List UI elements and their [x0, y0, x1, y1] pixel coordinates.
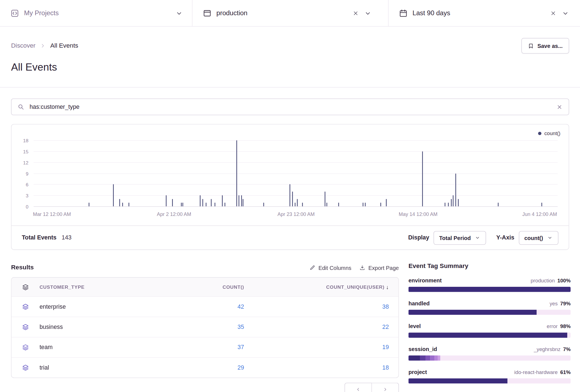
display-dropdown-value: Total Period [439, 234, 471, 241]
pencil-icon [310, 265, 315, 270]
gridline [34, 151, 557, 151]
table-row[interactable]: enterprise 42 38 [11, 296, 398, 317]
chart-bar[interactable] [119, 199, 120, 206]
chart-bar[interactable] [238, 195, 239, 207]
environment-selector-label: production [216, 9, 347, 17]
table-row[interactable]: business 35 22 [11, 317, 398, 337]
results-section: Results Edit Columns Export [11, 262, 399, 392]
chart-bar[interactable] [200, 195, 201, 207]
tag-bar-segment [425, 355, 430, 361]
chart-bar[interactable] [363, 203, 364, 206]
date-range-selector[interactable]: Last 90 days [388, 0, 580, 26]
chart-bar[interactable] [451, 199, 451, 206]
chart-bar[interactable] [338, 203, 339, 206]
events-chart[interactable]: count() 0369121518Mar 12 12:00 AMApr 2 1… [11, 124, 568, 225]
bookmark-icon [528, 43, 534, 49]
chart-bar[interactable] [386, 199, 387, 206]
event-tag-summary: Event Tag Summary environment production… [409, 262, 571, 392]
tag-bar[interactable] [409, 355, 571, 361]
yaxis-dropdown[interactable]: count() [519, 231, 558, 244]
tag-bar[interactable] [409, 287, 571, 292]
chart-bar[interactable] [241, 195, 242, 207]
y-axis-tick: 12 [17, 160, 29, 166]
clear-search-icon[interactable] [556, 104, 563, 110]
chart-bar[interactable] [381, 203, 381, 206]
gridline [34, 173, 557, 174]
chart-bar[interactable] [243, 199, 244, 206]
row-count[interactable]: 29 [148, 364, 244, 371]
table-row[interactable]: team 37 19 [11, 337, 398, 357]
page-header: Discover All Events Save as... All Event… [0, 27, 580, 87]
tag-item: level error 98% [409, 323, 571, 338]
column-header-customer-type[interactable]: CUSTOMER_TYPE [40, 284, 148, 290]
tag-name: environment [409, 277, 442, 283]
chart-bar[interactable] [263, 203, 264, 206]
table-row[interactable]: trial 29 18 [11, 357, 398, 378]
save-as-button[interactable]: Save as... [522, 38, 569, 53]
chart-bar[interactable] [181, 203, 182, 206]
chart-bar[interactable] [222, 195, 223, 207]
chart-bar[interactable] [453, 195, 454, 207]
row-count[interactable]: 42 [148, 303, 244, 310]
chart-bar[interactable] [458, 199, 459, 206]
chart-bar[interactable] [122, 203, 123, 206]
chart-bar[interactable] [183, 203, 183, 206]
chevron-down-icon [547, 235, 553, 241]
edit-columns-button[interactable]: Edit Columns [310, 264, 351, 271]
chart-bar[interactable] [172, 199, 173, 206]
chart-bar[interactable] [289, 184, 290, 207]
chart-bar[interactable] [113, 184, 114, 207]
chart-bar[interactable] [297, 199, 297, 206]
chart-bar[interactable] [295, 203, 296, 206]
clear-environment-icon[interactable] [352, 10, 359, 16]
next-page-button[interactable] [372, 383, 399, 392]
display-dropdown[interactable]: Total Period [434, 231, 486, 244]
previous-page-button[interactable] [345, 383, 372, 392]
chart-bar[interactable] [211, 199, 212, 206]
tag-bar[interactable] [409, 310, 571, 315]
chart-bar[interactable] [206, 203, 206, 206]
chart-bar[interactable] [422, 151, 423, 206]
tag-bar[interactable] [409, 332, 571, 338]
row-count-unique[interactable]: 19 [244, 344, 398, 351]
gridline [34, 140, 557, 141]
clear-date-range-icon[interactable] [550, 10, 556, 16]
tag-bar-segment [420, 355, 425, 361]
chart-bar[interactable] [498, 203, 499, 206]
chart-bar[interactable] [445, 203, 445, 206]
chart-bar[interactable] [455, 173, 456, 206]
chart-bar[interactable] [327, 203, 327, 206]
chart-bar[interactable] [166, 195, 166, 207]
chart-bar[interactable] [237, 140, 237, 207]
chart-bar[interactable] [302, 203, 303, 206]
chart-bar[interactable] [89, 203, 89, 206]
project-selector[interactable]: My Projects [0, 0, 192, 26]
chart-bar[interactable] [325, 192, 325, 206]
column-header-count-unique[interactable]: COUNT_UNIQUE(USER) ↓ [244, 284, 398, 290]
x-axis-tick: Jun 4 12:00 AM [522, 212, 557, 217]
chart-bar[interactable] [129, 203, 129, 206]
row-count[interactable]: 37 [148, 344, 244, 351]
chart-bar[interactable] [202, 199, 203, 206]
stack-icon [11, 283, 39, 291]
chart-bar[interactable] [214, 203, 215, 206]
row-count-unique[interactable]: 18 [244, 364, 398, 371]
chart-bar[interactable] [224, 203, 225, 206]
tag-pct: 79% [560, 300, 571, 306]
chart-bar[interactable] [365, 203, 366, 206]
search-input[interactable] [29, 103, 551, 111]
chart-plot[interactable]: 0369121518Mar 12 12:00 AMApr 2 12:00 AMA… [34, 141, 557, 207]
row-count-unique[interactable]: 38 [244, 303, 398, 310]
chart-bar[interactable] [448, 203, 449, 206]
breadcrumb-discover-link[interactable]: Discover [11, 42, 35, 50]
column-header-count[interactable]: COUNT() [148, 284, 244, 290]
export-page-label: Export Page [368, 264, 399, 271]
chart-bar[interactable] [292, 192, 293, 206]
environment-selector[interactable]: production [192, 0, 388, 26]
row-count[interactable]: 35 [148, 324, 244, 330]
row-count-unique[interactable]: 22 [244, 324, 398, 330]
tag-bar[interactable] [409, 378, 571, 384]
chart-bar[interactable] [541, 203, 542, 206]
x-axis-tick: Mar 12 12:00 AM [33, 212, 71, 217]
export-page-button[interactable]: Export Page [360, 264, 399, 271]
